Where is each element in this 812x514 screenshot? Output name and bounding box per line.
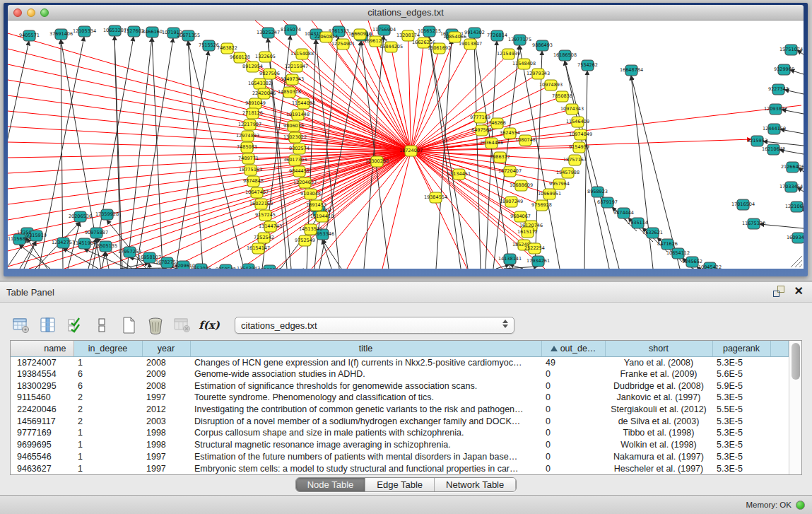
cell-pagerank[interactable]: 5.3E-5 <box>712 462 770 474</box>
cell-filler[interactable] <box>770 427 788 439</box>
table-row[interactable]: 977716911998Corpus callosum shape and si… <box>11 427 788 439</box>
cell-in_degree[interactable]: 6 <box>73 380 142 392</box>
cell-in_degree[interactable]: 1 <box>73 427 142 439</box>
cell-pagerank[interactable]: 5.3E-5 <box>712 451 770 463</box>
cell-out_degree[interactable]: 0 <box>541 380 605 392</box>
tab-node-table[interactable]: Node Table <box>296 478 366 491</box>
column-header-in_degree[interactable]: in_degree <box>73 341 142 356</box>
delete-table-icon[interactable] <box>171 315 194 336</box>
cell-pagerank[interactable]: 5.3E-5 <box>712 415 770 427</box>
cell-name[interactable]: 18300295 <box>11 380 73 392</box>
cell-out_degree[interactable]: 0 <box>541 392 605 404</box>
cell-out_degree[interactable]: 0 <box>541 415 605 427</box>
cell-year[interactable]: 1998 <box>142 439 190 451</box>
select-rows-icon[interactable] <box>64 315 86 336</box>
cell-filler[interactable] <box>770 380 788 392</box>
scrollbar-thumb[interactable] <box>792 343 800 380</box>
table-row[interactable]: 1830029562008Estimation of significance … <box>11 380 788 392</box>
cell-out_degree[interactable]: 0 <box>541 462 605 474</box>
cell-name[interactable]: 9465546 <box>11 451 73 463</box>
cell-year[interactable]: 2009 <box>142 368 190 380</box>
cell-out_degree[interactable]: 49 <box>541 356 605 368</box>
cell-title[interactable]: Investigating the contribution of common… <box>190 404 541 416</box>
cell-title[interactable]: Estimation of significance thresholds fo… <box>190 380 541 392</box>
zoom-window-button[interactable] <box>40 8 49 17</box>
cell-in_degree[interactable]: 2 <box>73 415 142 427</box>
cell-name[interactable]: 9699695 <box>11 439 73 451</box>
cell-year[interactable]: 1997 <box>142 462 190 474</box>
cell-year[interactable]: 2003 <box>142 415 190 427</box>
cell-filler[interactable] <box>770 451 788 463</box>
cell-short[interactable]: Jankovic et al. (1997) <box>605 392 712 404</box>
column-header-title[interactable]: title <box>190 341 541 356</box>
cell-short[interactable]: Stergiakouli et al. (2012) <box>605 404 712 416</box>
cell-out_degree[interactable]: 0 <box>541 404 605 416</box>
row-height-icon[interactable] <box>90 315 113 336</box>
table-row[interactable]: 969969511998Structural magnetic resonanc… <box>11 439 788 451</box>
cell-title[interactable]: Changes of HCN gene expression and I(f) … <box>190 356 541 368</box>
cell-pagerank[interactable]: 5.3E-5 <box>712 439 770 451</box>
table-row[interactable]: 1456911722003Disruption of a novel membe… <box>11 415 788 427</box>
delete-icon[interactable] <box>144 315 167 336</box>
cell-in_degree[interactable]: 2 <box>73 404 142 416</box>
cell-name[interactable]: 9115460 <box>11 392 73 404</box>
cell-name[interactable]: 9463627 <box>11 462 73 474</box>
table-select-dropdown[interactable]: citations_edges.txt <box>235 317 514 334</box>
cell-title[interactable]: Disruption of a novel member of a sodium… <box>190 415 541 427</box>
cell-filler[interactable] <box>770 404 788 416</box>
cell-out_degree[interactable]: 0 <box>541 427 605 439</box>
cell-title[interactable]: Tourette syndrome. Phenomenology and cla… <box>190 392 541 404</box>
close-window-button[interactable] <box>13 8 22 17</box>
cell-short[interactable]: Dudbridge et al. (2008) <box>605 380 712 392</box>
column-settings-icon[interactable] <box>37 315 59 336</box>
cell-year[interactable]: 2008 <box>142 380 190 392</box>
cell-out_degree[interactable]: 0 <box>541 451 605 463</box>
cell-short[interactable]: Yano et al. (2008) <box>605 356 712 368</box>
column-header-short[interactable]: short <box>605 341 712 356</box>
float-panel-icon[interactable] <box>773 286 784 297</box>
column-header-filler[interactable] <box>770 341 788 356</box>
table-row[interactable]: 1872400712008Changes of HCN gene express… <box>11 356 788 368</box>
column-header-out_degree[interactable]: out_de… <box>541 341 605 356</box>
cell-short[interactable]: Tibbo et al. (1998) <box>605 427 712 439</box>
cell-filler[interactable] <box>770 392 788 404</box>
cell-out_degree[interactable]: 0 <box>541 368 605 380</box>
cell-filler[interactable] <box>770 462 788 474</box>
cell-pagerank[interactable]: 5.3E-5 <box>712 427 770 439</box>
new-file-icon[interactable] <box>117 315 140 336</box>
cell-in_degree[interactable]: 6 <box>73 368 142 380</box>
function-builder-icon[interactable]: f(x) <box>198 315 220 336</box>
cell-name[interactable]: 18724007 <box>11 356 73 368</box>
table-row[interactable]: 2242004622012Investigating the contribut… <box>11 404 788 416</box>
table-row[interactable]: 946362711997Embryonic stem cells: a mode… <box>11 462 788 474</box>
tab-network-table[interactable]: Network Table <box>435 478 516 491</box>
table-settings-icon[interactable] <box>10 315 33 336</box>
cell-short[interactable]: de Silva et al. (2003) <box>605 415 712 427</box>
cell-in_degree[interactable]: 1 <box>73 451 142 463</box>
minimize-window-button[interactable] <box>27 8 35 17</box>
cell-name[interactable]: 19384554 <box>11 368 73 380</box>
cell-title[interactable]: Embryonic stem cells: a model to study s… <box>190 462 541 474</box>
memory-status-icon[interactable] <box>796 501 805 510</box>
column-header-name[interactable]: name <box>11 341 73 356</box>
cell-filler[interactable] <box>770 368 788 380</box>
cell-in_degree[interactable]: 2 <box>73 392 142 404</box>
cell-short[interactable]: Wolkin et al. (1998) <box>605 439 712 451</box>
cell-title[interactable]: Estimation of the future numbers of pati… <box>190 451 541 463</box>
network-canvas[interactable]: 9405571376914061210533410653287152760284… <box>8 21 804 269</box>
cell-filler[interactable] <box>770 356 788 368</box>
cell-name[interactable]: 9777169 <box>11 427 73 439</box>
cell-title[interactable]: Structural magnetic resonance image aver… <box>190 439 541 451</box>
cell-year[interactable]: 1998 <box>142 427 190 439</box>
cell-filler[interactable] <box>770 439 788 451</box>
window-title-bar[interactable]: citations_edges.txt <box>8 5 804 21</box>
cell-pagerank[interactable]: 5.3E-5 <box>712 392 770 404</box>
cell-filler[interactable] <box>770 415 788 427</box>
resize-grip[interactable] <box>791 256 802 267</box>
cell-year[interactable]: 1997 <box>142 392 190 404</box>
cell-name[interactable]: 14569117 <box>11 415 73 427</box>
tab-edge-table[interactable]: Edge Table <box>365 478 435 491</box>
vertical-scrollbar[interactable] <box>789 341 802 474</box>
table-row[interactable]: 946554611997Estimation of the future num… <box>11 451 788 463</box>
cell-in_degree[interactable]: 1 <box>73 462 142 474</box>
